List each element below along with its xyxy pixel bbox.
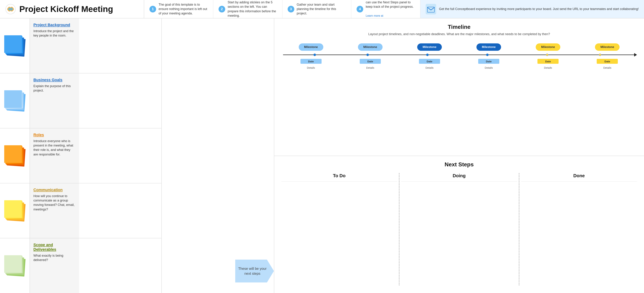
logo-area: Project Kickoff Meeting xyxy=(0,0,144,18)
detail-6: Details xyxy=(595,66,620,69)
section-4-title: Communication xyxy=(34,188,76,192)
sticky-paper xyxy=(4,145,22,163)
timeline-line xyxy=(283,52,635,57)
section-2-content[interactable] xyxy=(79,73,162,128)
main-content: Project Background Introduce the project… xyxy=(0,18,644,293)
date-3: Date xyxy=(419,59,440,64)
section-2-sticky xyxy=(0,73,30,128)
section-1-sticky xyxy=(0,18,30,73)
kanban-board: To Do Doing Done xyxy=(281,173,637,286)
step-4: 4 Finally, define the next steps and ass… xyxy=(351,0,420,18)
kanban-divider-2 xyxy=(519,173,519,286)
green-sticky-stack xyxy=(4,255,25,276)
section-5-desc: What exactly is being delivered? xyxy=(34,254,76,262)
milestone-6: Milestone xyxy=(595,43,620,51)
timeline-track xyxy=(283,55,635,55)
sticky-paper xyxy=(4,35,22,53)
right-panel: Timeline Layout project timelines, and n… xyxy=(274,18,644,293)
section-4-content[interactable] xyxy=(79,183,162,238)
milestone-2: Milestone xyxy=(358,43,382,51)
date-4: Date xyxy=(478,59,499,64)
sticky-paper xyxy=(4,255,22,273)
orange-sticky-stack xyxy=(4,145,25,166)
section-3-content[interactable] xyxy=(79,128,162,183)
section-3-desc: Introduce everyone who is present in the… xyxy=(34,139,76,157)
header: Project Kickoff Meeting 1 The goal of th… xyxy=(0,0,644,18)
section-5-title: Scope and Deliverables xyxy=(34,243,76,252)
left-panel: Project Background Introduce the project… xyxy=(0,18,162,293)
light-blue-sticky-stack xyxy=(4,90,25,111)
timeline-arrow-head xyxy=(634,53,637,56)
section-1-info: Project Background Introduce the project… xyxy=(30,18,79,73)
section-5-content[interactable] xyxy=(79,238,162,293)
cta-area: Get the full Conceptboard experience by … xyxy=(420,0,644,18)
step-3: 3 Gather your team and start planning th… xyxy=(282,0,352,18)
section-3-info: Roles Introduce everyone who is present … xyxy=(30,128,79,183)
next-steps-title: Next Steps xyxy=(281,161,637,168)
cta-icon xyxy=(426,4,436,14)
section-business-goals: Business Goals Explain the purpose of th… xyxy=(0,73,162,128)
section-1-title: Project Background xyxy=(34,23,76,27)
header-steps: 1 The goal of this template is to ensure… xyxy=(144,0,644,18)
date-6: Date xyxy=(597,59,618,64)
detail-4: Details xyxy=(476,66,501,69)
section-2-desc: Explain the purpose of this project. xyxy=(34,84,76,93)
kanban-doing-header: Doing xyxy=(401,173,517,182)
next-steps-section: Next Steps To Do Doing Done xyxy=(274,156,644,293)
step-1-num: 1 xyxy=(150,6,156,12)
step-4-num: 4 xyxy=(356,6,363,12)
section-4-desc: How will you continue to communicate as … xyxy=(34,194,76,212)
kanban-todo-header: To Do xyxy=(281,173,397,182)
kanban-col-doing: Doing xyxy=(401,173,517,286)
section-5-info: Scope and Deliverables What exactly is b… xyxy=(30,238,79,293)
date-1: Date xyxy=(300,59,322,64)
date-5: Date xyxy=(538,59,558,64)
kanban-divider-1 xyxy=(399,173,400,286)
step-3-num: 3 xyxy=(288,6,294,12)
timeline-dot-5 xyxy=(546,53,548,56)
timeline-dot-3 xyxy=(426,53,429,56)
cta-text: Get the full Conceptboard experience by … xyxy=(439,7,639,11)
middle-panel[interactable]: These will be your next steps xyxy=(162,18,274,293)
timeline-milestones: Milestone Milestone Milestone Milestone … xyxy=(281,43,637,51)
step-2-text: Start by adding stickies on the 5 sectio… xyxy=(228,0,277,18)
step-1-text: The goal of this template is to ensure n… xyxy=(158,2,208,16)
section-communication: Communication How will you continue to c… xyxy=(0,183,162,238)
detail-5: Details xyxy=(536,66,560,69)
section-2-info: Business Goals Explain the purpose of th… xyxy=(30,73,79,128)
detail-1: Details xyxy=(299,66,323,69)
step-2-num: 2 xyxy=(218,6,225,12)
timeline-dot-2 xyxy=(366,53,369,56)
date-2: Date xyxy=(360,59,381,64)
sticky-paper xyxy=(4,90,22,108)
section-4-sticky xyxy=(0,183,30,238)
section-roles: Roles Introduce everyone who is present … xyxy=(0,128,162,183)
section-1-content[interactable] xyxy=(79,18,162,73)
kanban-col-todo: To Do xyxy=(281,173,397,286)
section-scope: Scope and Deliverables What exactly is b… xyxy=(0,238,162,293)
section-3-sticky xyxy=(0,128,30,183)
section-project-background: Project Background Introduce the project… xyxy=(0,18,162,73)
yellow-sticky-stack xyxy=(4,200,25,221)
kanban-done-header: Done xyxy=(521,173,637,182)
timeline-dot-1 xyxy=(314,53,316,56)
detail-2: Details xyxy=(358,66,382,69)
section-2-title: Business Goals xyxy=(34,78,76,82)
section-1-desc: Introduce the project and the key people… xyxy=(34,29,76,38)
section-3-title: Roles xyxy=(34,133,76,137)
timeline-dot-4 xyxy=(486,53,488,56)
arrow-text: These will be your next steps xyxy=(238,266,267,276)
section-5-sticky xyxy=(0,238,30,293)
detail-3: Details xyxy=(417,66,442,69)
blue-sticky-stack xyxy=(4,35,25,56)
timeline-subtitle: Layout project timelines, and non-negoti… xyxy=(281,32,637,36)
step-1: 1 The goal of this template is to ensure… xyxy=(144,0,213,18)
timeline-section: Timeline Layout project timelines, and n… xyxy=(274,18,644,156)
milestone-4: Milestone xyxy=(476,43,501,51)
next-steps-arrow-shape: These will be your next steps xyxy=(235,260,274,283)
timeline-dot-6 xyxy=(599,53,601,56)
milestone-3: Milestone xyxy=(417,43,442,51)
kanban-col-done: Done xyxy=(521,173,637,286)
timeline-dates: Date Date Date Date Date Date xyxy=(281,59,637,64)
timeline-details: Details Details Details Details Details … xyxy=(281,66,637,69)
